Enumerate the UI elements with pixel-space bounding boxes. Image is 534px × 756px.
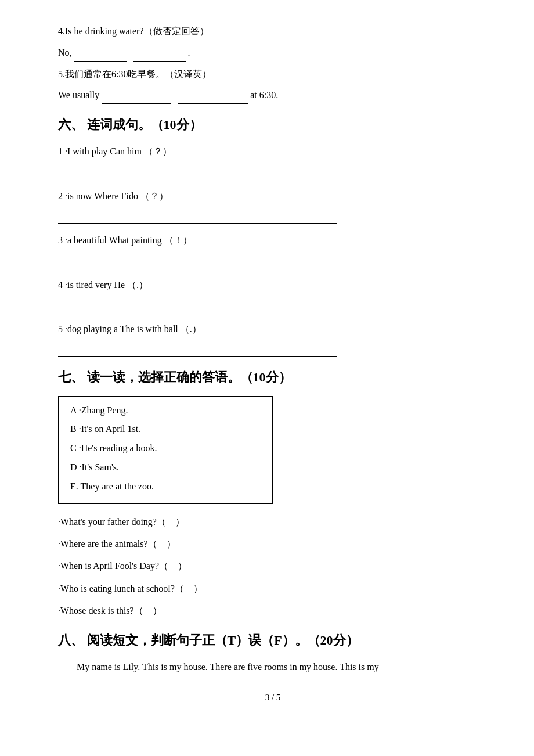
option-C: C ·He's reading a book.	[70, 440, 261, 457]
page-number: 3 / 5	[265, 693, 281, 702]
answer-options-box: A ·Zhang Peng. B ·It's on April 1st. C ·…	[58, 396, 273, 504]
item-5-number: 5	[58, 324, 63, 334]
answer-5: We usually at 6:30.	[58, 87, 488, 104]
option-C-label: C	[70, 443, 77, 453]
q7-5: ·Whose desk is this?（ ）	[58, 602, 488, 620]
q7-2-text: ·Where are the animals?（ ）	[58, 539, 176, 549]
item-3-content: ·a beautiful What painting （！）	[65, 235, 192, 245]
answer-blank-4a[interactable]	[74, 51, 127, 62]
sentence-item-5: 5 ·dog playing a The is with ball （.）	[58, 321, 488, 338]
option-D-text: ·It's Sam's.	[80, 462, 119, 472]
page-footer: 3 / 5	[58, 693, 488, 703]
q7-3-text: ·When is April Fool's Day?（ ）	[58, 561, 187, 571]
q7-3: ·When is April Fool's Day?（ ）	[58, 557, 488, 575]
answer-line-5[interactable]	[58, 343, 337, 357]
answer-line-1[interactable]	[58, 165, 337, 179]
section-7-title: 七、 读一读，选择正确的答语。（10分）	[58, 367, 488, 387]
sentence-item-1: 1 ·I with play Can him （？）	[58, 143, 488, 160]
item-5-content: ·dog playing a The is with ball （.）	[65, 324, 201, 334]
sentence-item-4: 4 ·is tired very He （.）	[58, 276, 488, 294]
item-2-number: 2	[58, 191, 63, 201]
section-4: 4.Is he drinking water?（做否定回答） No, . 5.我…	[58, 23, 488, 104]
item-4-content: ·is tired very He （.）	[65, 280, 148, 290]
q7-4-text: ·Who is eating lunch at school?（ ）	[58, 584, 203, 593]
answer-line-4[interactable]	[58, 298, 337, 312]
q7-1: ·What's your father doing?（ ）	[58, 513, 488, 531]
sentence-item-3: 3 ·a beautiful What painting （！）	[58, 232, 488, 249]
option-D: D ·It's Sam's.	[70, 459, 261, 476]
section-7: 七、 读一读，选择正确的答语。（10分） A ·Zhang Peng. B ·I…	[58, 367, 488, 620]
option-B-label: B	[70, 424, 77, 434]
item-1-number: 1	[58, 146, 63, 156]
answer-4: No, .	[58, 45, 488, 62]
q7-1-text: ·What's your father doing?（ ）	[58, 517, 185, 527]
option-E: E. They are at the zoo.	[70, 478, 261, 495]
section-8-text: My name is Lily. This is my house. There…	[58, 659, 488, 676]
section-8: 八、 阅读短文，判断句子正（T）误（F）。（20分） My name is Li…	[58, 630, 488, 675]
answer-line-3[interactable]	[58, 254, 337, 268]
option-C-text: ·He's reading a book.	[79, 443, 157, 453]
option-A: A ·Zhang Peng.	[70, 402, 261, 419]
option-E-label: E.	[70, 481, 78, 491]
answer-blank-4b[interactable]	[134, 51, 186, 62]
section-6: 六、 连词成句。（10分） 1 ·I with play Can him （？）…	[58, 114, 488, 357]
option-A-label: A	[70, 405, 77, 415]
sentence-item-2: 2 ·is now Where Fido （？）	[58, 188, 488, 205]
item-1-content: ·I with play Can him （？）	[65, 146, 172, 156]
option-B-text: ·It's on April 1st.	[79, 424, 140, 434]
answer-line-2[interactable]	[58, 210, 337, 224]
answer-blank-5b[interactable]	[178, 93, 248, 104]
section-6-title: 六、 连词成句。（10分）	[58, 114, 488, 135]
item-2-content: ·is now Where Fido （？）	[65, 191, 168, 201]
section-8-title: 八、 阅读短文，判断句子正（T）误（F）。（20分）	[58, 630, 488, 650]
option-B: B ·It's on April 1st.	[70, 421, 261, 438]
question-4: 4.Is he drinking water?（做否定回答）	[58, 23, 488, 40]
question-5-label: 5.我们通常在6:30吃早餐。（汉译英）	[58, 66, 488, 83]
q7-4: ·Who is eating lunch at school?（ ）	[58, 580, 488, 597]
option-E-text: They are at the zoo.	[81, 481, 154, 491]
item-4-number: 4	[58, 280, 63, 290]
q7-5-text: ·Whose desk is this?（ ）	[58, 606, 162, 615]
answer-blank-5a[interactable]	[102, 93, 171, 104]
option-A-text: ·Zhang Peng.	[79, 405, 128, 415]
item-3-number: 3	[58, 235, 63, 245]
option-D-label: D	[70, 462, 77, 472]
q7-2: ·Where are the animals?（ ）	[58, 535, 488, 553]
